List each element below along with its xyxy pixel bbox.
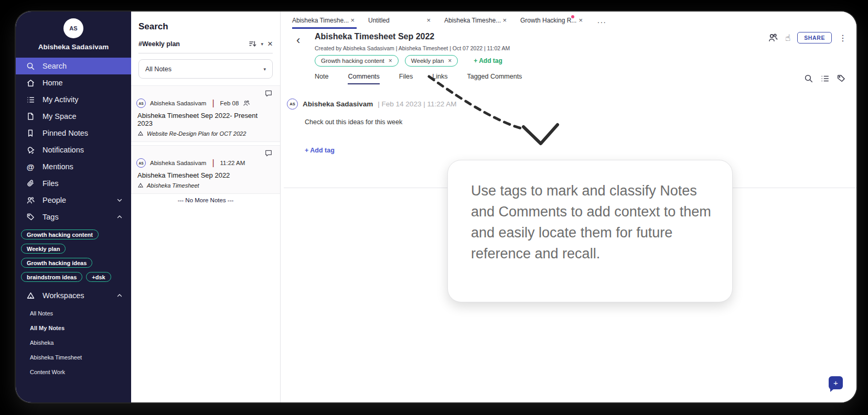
sidebar-tag-pill[interactable]: +dsk (86, 272, 111, 282)
sidebar-tag-pill[interactable]: Growth hacking content (21, 230, 99, 239)
sidebar-item-label: Mentions (42, 162, 123, 171)
sidebar-item-label: Home (42, 79, 123, 87)
search-results: AS Abisheka Sadasivam | Feb 08 Abisheka … (131, 85, 280, 203)
result-title: Abisheka Timesheet Sep 2022- Present 202… (137, 112, 273, 127)
remove-tag-icon[interactable]: × (389, 57, 392, 64)
sidebar-item-notifications[interactable]: Notifications (16, 141, 131, 158)
result-author: Abisheka Sadasivam (150, 160, 206, 166)
comment-add-tag-button[interactable]: + Add tag (305, 147, 335, 154)
doc-tab-label: Abisheka Timeshe... (444, 17, 501, 24)
add-tag-button[interactable]: + Add tag (474, 57, 502, 64)
workspace-link[interactable]: Content Work (16, 365, 131, 379)
sort-icon[interactable] (249, 40, 257, 48)
new-comment-button[interactable]: + (829, 376, 843, 389)
tab-tagged-comments[interactable]: Tagged Comments (467, 73, 522, 84)
sidebar-item-search[interactable]: Search (16, 58, 131, 74)
comment-toolbar (804, 74, 846, 83)
sidebar-item-mentions[interactable]: @ Mentions (16, 158, 131, 175)
share-button[interactable]: SHARE (797, 32, 832, 43)
more-tabs-button[interactable]: ... (597, 16, 607, 25)
dropdown-caret-icon: ▾ (263, 67, 266, 72)
bookmark-icon (26, 128, 35, 138)
workspace-link[interactable]: Abisheka (16, 335, 131, 350)
more-options-icon[interactable]: ⋮ (839, 33, 847, 43)
result-workspace: Abisheka Timesheet (147, 182, 199, 189)
search-panel: Search #Weekly plan ▾ × All Notes ▾ AS A… (131, 12, 281, 402)
result-author: Abisheka Sadasivam (150, 100, 206, 106)
sidebar-tag-pill[interactable]: braindstrom ideas (21, 272, 82, 282)
doc-tab[interactable]: Growth Hacking R... × (514, 12, 590, 29)
header-actions: ☝ SHARE ⋮ (768, 32, 847, 43)
chevron-up-icon (116, 292, 123, 299)
profile: AS Abisheka Sadasivam (16, 12, 131, 51)
user-name: Abisheka Sadasivam (16, 43, 131, 51)
close-icon[interactable]: × (578, 16, 583, 24)
at-icon: @ (26, 162, 35, 171)
document-tag-pill[interactable]: Growth hacking content × (315, 55, 399, 67)
sidebar-item-my-space[interactable]: My Space (16, 108, 131, 125)
comment-bubble-icon[interactable] (264, 149, 273, 157)
avatar[interactable]: AS (63, 18, 83, 38)
collaborators-icon[interactable] (768, 32, 778, 43)
doc-tab[interactable]: Abisheka Timeshe... × (438, 12, 514, 29)
document-meta: Created by Abisheka Sadasivam | Abisheka… (315, 45, 510, 51)
workspace-link[interactable]: All My Notes (16, 321, 131, 335)
chevron-up-icon (116, 214, 123, 220)
comment-timestamp: | Feb 14 2023 | 11:22 AM (378, 100, 456, 108)
sidebar-item-label: Workspaces (42, 291, 109, 300)
tag-label: Weekly plan (411, 58, 444, 64)
doc-tab[interactable]: Untitled × (362, 12, 438, 29)
tab-note[interactable]: Note (315, 73, 328, 84)
comment-bubble-icon[interactable] (264, 89, 273, 97)
close-icon[interactable]: × (426, 16, 431, 24)
notes-filter-dropdown[interactable]: All Notes ▾ (138, 59, 273, 79)
activity-list-icon (26, 95, 35, 104)
search-result-item[interactable]: AS Abisheka Sadasivam | Feb 08 Abisheka … (131, 85, 280, 142)
sidebar-item-my-activity[interactable]: My Activity (16, 91, 131, 108)
sidebar-section-workspaces[interactable]: Workspaces (16, 287, 131, 304)
sidebar-item-label: Notifications (42, 146, 123, 154)
tag-icon[interactable] (837, 74, 846, 83)
sort-caret-icon[interactable]: ▾ (261, 41, 264, 47)
sidebar-tag-pill[interactable]: Weekly plan (21, 244, 66, 254)
tab-links[interactable]: Links (432, 73, 447, 84)
document-tag-pill[interactable]: Weekly plan × (405, 55, 458, 67)
doc-tab[interactable]: Abisheka Timeshe... × (286, 12, 362, 29)
tab-files[interactable]: Files (399, 73, 413, 84)
sidebar-item-pinned-notes[interactable]: Pinned Notes (16, 125, 131, 141)
comment-header: AS Abisheka Sadasivam | Feb 14 2023 | 11… (287, 99, 456, 110)
workspace-link[interactable]: Abisheka Timesheet (16, 350, 131, 365)
sidebar-tag-pill[interactable]: Growth hacking ideas (21, 258, 92, 268)
document-icon (26, 112, 35, 121)
comment-body: Check out this ideas for this week (305, 118, 402, 126)
result-title: Abisheka Timesheet Sep 2022 (137, 171, 273, 179)
search-result-item[interactable]: AS Abisheka Sadasivam | 11:22 AM Abishek… (131, 145, 280, 194)
tooltip-text: Use tags to mark and classify Notes and … (471, 183, 711, 261)
app-window: AS Abisheka Sadasivam Search Home My Act… (16, 12, 856, 402)
search-input[interactable]: #Weekly plan (138, 40, 244, 48)
paperclip-icon (26, 179, 35, 188)
sidebar-item-label: Pinned Notes (42, 129, 123, 137)
pointer-hand-icon[interactable]: ☝ (785, 32, 790, 43)
result-time: Feb 08 (220, 100, 239, 106)
sidebar-item-home[interactable]: Home (16, 74, 131, 91)
sidebar-section-people[interactable]: People (16, 192, 131, 209)
filter-list-icon[interactable] (820, 74, 830, 83)
tab-comments[interactable]: Comments (348, 73, 379, 84)
remove-tag-icon[interactable]: × (448, 57, 452, 64)
doc-tab-label: Untitled (368, 17, 390, 24)
close-icon[interactable]: × (502, 16, 507, 24)
clear-search-icon[interactable]: × (267, 39, 273, 48)
workspace-icon (137, 182, 144, 189)
notes-filter-value: All Notes (145, 65, 263, 73)
sidebar-item-label: People (42, 196, 109, 204)
close-icon[interactable]: × (350, 16, 355, 24)
document-title: Abisheka Timesheet Sep 2022 (315, 32, 434, 41)
back-button[interactable]: ‹ (296, 35, 300, 46)
search-comments-icon[interactable] (804, 74, 813, 83)
sidebar-item-label: Search (42, 62, 123, 70)
sidebar-section-tags[interactable]: Tags (16, 209, 131, 225)
sidebar-item-files[interactable]: Files (16, 175, 131, 192)
avatar: AS (136, 99, 146, 108)
workspace-link[interactable]: All Notes (16, 306, 131, 321)
